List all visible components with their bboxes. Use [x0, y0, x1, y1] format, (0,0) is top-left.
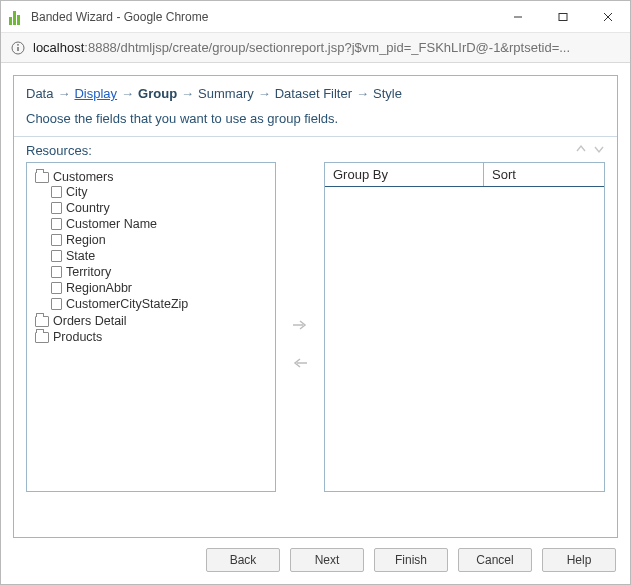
wizard-instruction: Choose the fields that you want to use a…	[14, 107, 617, 136]
finish-button[interactable]: Finish	[374, 548, 448, 572]
field-icon	[51, 282, 62, 294]
breadcrumb: Data→Display→Group→Summary→Dataset Filte…	[14, 76, 617, 107]
field-icon	[51, 250, 62, 262]
tree-item-regionabbr[interactable]: RegionAbbr	[51, 281, 267, 295]
field-icon	[51, 218, 62, 230]
url-rest: :8888/dhtmljsp/create/group/sectionrepor…	[84, 40, 570, 55]
remove-button[interactable]	[290, 353, 310, 373]
address-bar[interactable]: localhost:8888/dhtmljsp/create/group/sec…	[1, 33, 630, 63]
tree-label: Customer Name	[66, 217, 157, 231]
grid-header: Group By Sort	[325, 163, 604, 187]
tree-item-customercitystatezip[interactable]: CustomerCityStateZip	[51, 297, 267, 311]
tree-item-territory[interactable]: Territory	[51, 265, 267, 279]
add-button[interactable]	[290, 315, 310, 335]
field-icon	[51, 266, 62, 278]
nav-up-icon[interactable]	[575, 143, 587, 158]
field-icon	[51, 186, 62, 198]
tree-label: Region	[66, 233, 106, 247]
window-close-button[interactable]	[585, 1, 630, 32]
field-icon	[51, 234, 62, 246]
crumb-arrow-icon: →	[181, 86, 194, 101]
resources-tree[interactable]: CustomersCityCountryCustomer NameRegionS…	[26, 162, 276, 492]
grid-body[interactable]	[325, 187, 604, 491]
tree-folder-customers[interactable]: Customers	[35, 170, 267, 184]
tree-item-country[interactable]: Country	[51, 201, 267, 215]
crumb-display[interactable]: Display	[74, 86, 117, 101]
tree-label: RegionAbbr	[66, 281, 132, 295]
field-icon	[51, 298, 62, 310]
folder-icon	[35, 316, 49, 327]
crumb-group[interactable]: Group	[138, 86, 177, 101]
group-grid[interactable]: Group By Sort	[324, 162, 605, 492]
tree-label: Customers	[53, 170, 113, 184]
help-button[interactable]: Help	[542, 548, 616, 572]
next-button[interactable]: Next	[290, 548, 364, 572]
crumb-arrow-icon: →	[57, 86, 70, 101]
tree-item-state[interactable]: State	[51, 249, 267, 263]
wizard-panel: Data→Display→Group→Summary→Dataset Filte…	[13, 75, 618, 538]
field-icon	[51, 202, 62, 214]
folder-icon	[35, 332, 49, 343]
wizard-footer: Back Next Finish Cancel Help	[13, 538, 618, 572]
window-titlebar: Banded Wizard - Google Chrome	[1, 1, 630, 33]
tree-item-region[interactable]: Region	[51, 233, 267, 247]
back-button[interactable]: Back	[206, 548, 280, 572]
tree-label: Orders Detail	[53, 314, 127, 328]
crumb-arrow-icon: →	[356, 86, 369, 101]
window-minimize-button[interactable]	[495, 1, 540, 32]
crumb-dataset-filter[interactable]: Dataset Filter	[275, 86, 352, 101]
tree-label: CustomerCityStateZip	[66, 297, 188, 311]
tree-folder-orders-detail[interactable]: Orders Detail	[35, 314, 267, 328]
col-sort[interactable]: Sort	[484, 163, 604, 186]
tree-label: Country	[66, 201, 110, 215]
url-host: localhost	[33, 40, 84, 55]
resources-label: Resources:	[26, 143, 92, 158]
app-icon	[9, 9, 25, 25]
window-title: Banded Wizard - Google Chrome	[31, 10, 208, 24]
tree-item-city[interactable]: City	[51, 185, 267, 199]
crumb-arrow-icon: →	[258, 86, 271, 101]
tree-label: Products	[53, 330, 102, 344]
crumb-summary[interactable]: Summary	[198, 86, 254, 101]
svg-point-6	[17, 43, 19, 45]
nav-down-icon[interactable]	[593, 143, 605, 158]
tree-label: State	[66, 249, 95, 263]
crumb-data[interactable]: Data	[26, 86, 53, 101]
cancel-button[interactable]: Cancel	[458, 548, 532, 572]
url-text: localhost:8888/dhtmljsp/create/group/sec…	[33, 40, 570, 55]
window-maximize-button[interactable]	[540, 1, 585, 32]
tree-item-customer-name[interactable]: Customer Name	[51, 217, 267, 231]
folder-icon	[35, 172, 49, 183]
tree-folder-products[interactable]: Products	[35, 330, 267, 344]
svg-rect-1	[559, 13, 567, 20]
tree-label: Territory	[66, 265, 111, 279]
crumb-style[interactable]: Style	[373, 86, 402, 101]
site-info-icon[interactable]	[11, 41, 25, 55]
tree-label: City	[66, 185, 88, 199]
crumb-arrow-icon: →	[121, 86, 134, 101]
col-group-by[interactable]: Group By	[325, 163, 484, 186]
